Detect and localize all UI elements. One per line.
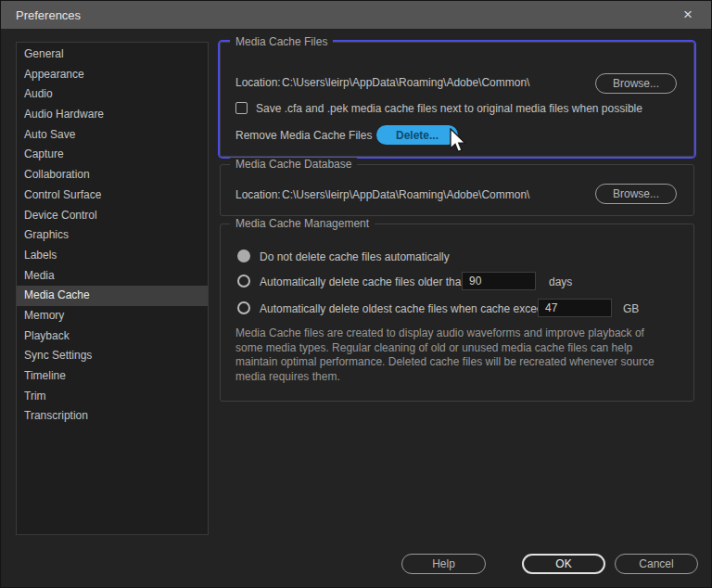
gb-unit-label: GB xyxy=(623,302,639,315)
sidebar-item-graphics[interactable]: Graphics xyxy=(17,225,208,246)
titlebar: Preferences × xyxy=(1,1,711,29)
db-browse-button[interactable]: Browse... xyxy=(595,184,677,204)
remove-media-cache-label: Remove Media Cache Files xyxy=(235,129,372,142)
sidebar-item-audio-hardware[interactable]: Audio Hardware xyxy=(17,105,208,125)
save-cfa-pek-label: Save .cfa and .pek media cache files nex… xyxy=(256,102,642,115)
sidebar-item-transcription[interactable]: Transcription xyxy=(17,406,208,427)
radio-delete-older-than[interactable] xyxy=(237,275,250,288)
radio-do-not-delete-label: Do not delete cache files automatically xyxy=(260,250,450,263)
media-cache-database-legend: Media Cache Database xyxy=(230,158,357,172)
radio-delete-when-exceeds[interactable] xyxy=(237,301,250,314)
close-icon[interactable]: × xyxy=(672,1,704,29)
sidebar-item-sync-settings[interactable]: Sync Settings xyxy=(17,346,208,366)
sidebar-item-media-cache[interactable]: Media Cache xyxy=(17,286,208,306)
radio-delete-older-than-label: Automatically delete cache files older t… xyxy=(260,275,470,288)
media-cache-files-legend: Media Cache Files xyxy=(230,35,333,49)
sidebar-item-device-control[interactable]: Device Control xyxy=(17,206,208,226)
gb-input[interactable] xyxy=(538,299,612,317)
cancel-button[interactable]: Cancel xyxy=(615,554,698,574)
save-cfa-pek-checkbox[interactable] xyxy=(235,102,248,114)
files-location-label: Location: xyxy=(235,76,281,89)
mouse-cursor-icon xyxy=(449,128,469,156)
db-location-label: Location: xyxy=(235,188,281,201)
sidebar-item-media[interactable]: Media xyxy=(17,266,208,287)
sidebar-item-appearance[interactable]: Appearance xyxy=(17,65,208,85)
sidebar-item-audio[interactable]: Audio xyxy=(17,84,208,105)
sidebar-item-general[interactable]: General xyxy=(17,45,208,65)
sidebar-item-timeline[interactable]: Timeline xyxy=(17,366,208,387)
media-cache-description: Media Cache files are created to display… xyxy=(235,326,668,384)
sidebar-item-trim[interactable]: Trim xyxy=(17,387,208,407)
sidebar-item-auto-save[interactable]: Auto Save xyxy=(17,125,208,146)
sidebar-item-playback[interactable]: Playback xyxy=(17,326,208,347)
days-unit-label: days xyxy=(549,275,572,288)
files-browse-button[interactable]: Browse... xyxy=(595,73,677,94)
media-cache-management-legend: Media Cache Management xyxy=(230,217,375,231)
sidebar-item-memory[interactable]: Memory xyxy=(17,306,208,326)
sidebar-item-labels[interactable]: Labels xyxy=(17,246,208,266)
radio-delete-when-exceeds-label: Automatically delete oldest cache files … xyxy=(260,302,558,315)
window-title: Preferences xyxy=(1,8,81,22)
ok-button[interactable]: OK xyxy=(522,554,605,574)
days-input[interactable] xyxy=(462,272,536,290)
sidebar-item-collaboration[interactable]: Collaboration xyxy=(17,165,208,185)
sidebar-item-capture[interactable]: Capture xyxy=(17,145,208,165)
preferences-category-list: General Appearance Audio Audio Hardware … xyxy=(16,42,209,535)
db-location-value: C:\Users\leirp\AppData\Roaming\Adobe\Com… xyxy=(282,188,529,201)
media-cache-management-group: Media Cache Management Do not delete cac… xyxy=(220,224,694,402)
help-button[interactable]: Help xyxy=(401,554,486,574)
media-cache-database-group: Media Cache Database Location: C:\Users\… xyxy=(220,164,694,216)
sidebar-item-control-surface[interactable]: Control Surface xyxy=(17,185,208,206)
preferences-dialog: Preferences × General Appearance Audio A… xyxy=(0,0,712,588)
radio-do-not-delete[interactable] xyxy=(237,249,250,262)
delete-button[interactable]: Delete... xyxy=(376,125,458,145)
files-location-value: C:\Users\leirp\AppData\Roaming\Adobe\Com… xyxy=(282,76,529,89)
